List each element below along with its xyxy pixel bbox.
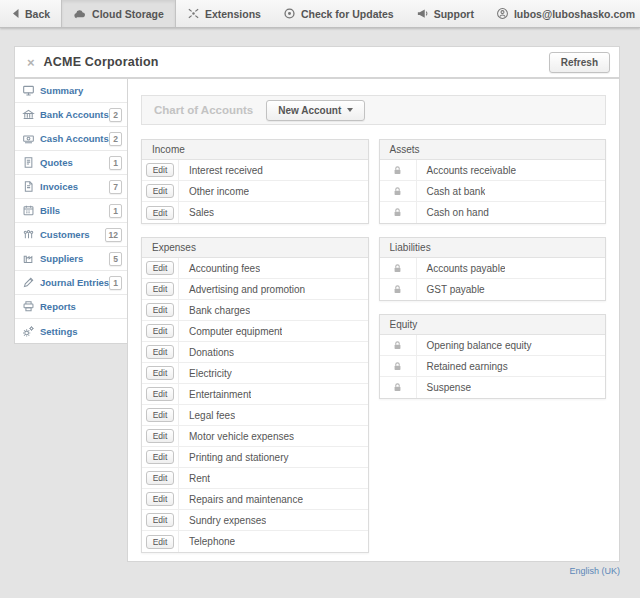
account-name-label: Retained earnings xyxy=(417,361,508,372)
cloud-icon xyxy=(73,8,87,20)
row-action-cell: Edit xyxy=(142,447,179,467)
sidebar-item-invoices[interactable]: Invoices7 xyxy=(15,175,127,199)
account-name-label: Electricity xyxy=(179,368,232,379)
lock-icon xyxy=(392,340,403,351)
edit-button[interactable]: Edit xyxy=(146,206,175,220)
row-action-cell: Edit xyxy=(142,202,179,223)
refresh-button[interactable]: Refresh xyxy=(549,52,610,73)
account-name-label: Legal fees xyxy=(179,410,235,421)
count-badge: 2 xyxy=(109,108,122,122)
new-account-button[interactable]: New Account xyxy=(266,100,365,121)
row-action-cell: Edit xyxy=(142,258,179,278)
account-name-label: Opening balance equity xyxy=(417,340,532,351)
caret-down-icon xyxy=(347,108,353,112)
account-name-label: Accounts receivable xyxy=(417,165,517,176)
sidebar-item-quotes[interactable]: Quotes1 xyxy=(15,151,127,175)
sidebar-item-settings[interactable]: Settings xyxy=(15,319,127,343)
sidebar-item-bills[interactable]: Bills1 xyxy=(15,199,127,223)
count-badge: 5 xyxy=(109,252,122,266)
account-row: EditComputer equipment xyxy=(142,321,368,342)
account-row: Accounts receivable xyxy=(380,160,606,181)
account-row: Suspense xyxy=(380,377,606,398)
lock-icon xyxy=(392,361,403,372)
account-group-title: Expenses xyxy=(142,238,368,258)
topbar-tab-extensions[interactable]: Extensions xyxy=(176,0,272,27)
topbar-tab-label: Support xyxy=(434,8,474,20)
account-name-label: Rent xyxy=(179,473,210,484)
monitor-icon xyxy=(21,84,36,97)
count-badge: 1 xyxy=(109,276,122,290)
count-badge: 1 xyxy=(109,156,122,170)
account-row: EditSales xyxy=(142,202,368,223)
edit-button[interactable]: Edit xyxy=(146,429,175,443)
quotes-icon xyxy=(21,156,36,169)
sidebar-item-customers[interactable]: Customers12 xyxy=(15,223,127,247)
user-email-label: lubos@luboshasko.com xyxy=(514,8,635,20)
account-name-label: Repairs and maintenance xyxy=(179,494,303,505)
edit-button[interactable]: Edit xyxy=(146,408,175,422)
edit-button[interactable]: Edit xyxy=(146,163,175,177)
edit-button[interactable]: Edit xyxy=(146,303,175,317)
account-name-label: Accounting fees xyxy=(179,263,260,274)
account-group-equity: EquityOpening balance equityRetained ear… xyxy=(379,314,607,399)
topbar-tab-label: Check for Updates xyxy=(301,8,394,20)
account-row: EditAccounting fees xyxy=(142,258,368,279)
account-name-label: Motor vehicle expenses xyxy=(179,431,294,442)
sidebar-item-suppliers[interactable]: Suppliers5 xyxy=(15,247,127,271)
lock-icon xyxy=(392,186,403,197)
edit-button[interactable]: Edit xyxy=(146,387,175,401)
account-row: Cash on hand xyxy=(380,202,606,223)
topbar-tab-support[interactable]: Support xyxy=(405,0,485,27)
top-navigation-bar: Back Cloud StorageExtensionsCheck for Up… xyxy=(0,0,640,28)
lock-icon xyxy=(380,202,417,223)
edit-button[interactable]: Edit xyxy=(146,535,175,549)
account-row: EditEntertainment xyxy=(142,384,368,405)
language-link[interactable]: English (UK) xyxy=(569,566,620,576)
topbar-tab-check-for-updates[interactable]: Check for Updates xyxy=(272,0,405,27)
back-button[interactable]: Back xyxy=(0,0,61,27)
close-icon[interactable]: × xyxy=(27,56,35,69)
account-row: Opening balance equity xyxy=(380,335,606,356)
customers-icon xyxy=(21,228,36,241)
user-account-menu[interactable]: lubos@luboshasko.com xyxy=(485,0,640,27)
business-title: ACME Corporation xyxy=(44,55,159,69)
sidebar-item-cash-accounts[interactable]: Cash Accounts2 xyxy=(15,127,127,151)
edit-button[interactable]: Edit xyxy=(146,513,175,527)
sidebar-item-summary[interactable]: Summary xyxy=(15,79,127,103)
account-row: GST payable xyxy=(380,279,606,300)
row-action-cell: Edit xyxy=(142,489,179,509)
edit-button[interactable]: Edit xyxy=(146,282,175,296)
account-columns: IncomeEditInterest receivedEditOther inc… xyxy=(141,139,606,566)
count-badge: 2 xyxy=(109,132,122,146)
account-row: Retained earnings xyxy=(380,356,606,377)
edit-button[interactable]: Edit xyxy=(146,366,175,380)
topbar-tab-cloud-storage[interactable]: Cloud Storage xyxy=(61,0,176,27)
edit-button[interactable]: Edit xyxy=(146,471,175,485)
business-header: × ACME Corporation Refresh xyxy=(14,46,620,78)
row-action-cell: Edit xyxy=(142,384,179,404)
edit-button[interactable]: Edit xyxy=(146,450,175,464)
chart-of-accounts-toolbar: Chart of Accounts New Account xyxy=(141,95,606,125)
edit-button[interactable]: Edit xyxy=(146,324,175,338)
user-icon xyxy=(496,7,509,20)
row-action-cell: Edit xyxy=(142,321,179,341)
account-name-label: Accounts payable xyxy=(417,263,506,274)
accounts-column-left: IncomeEditInterest receivedEditOther inc… xyxy=(141,139,369,566)
edit-button[interactable]: Edit xyxy=(146,492,175,506)
account-name-label: Donations xyxy=(179,347,234,358)
sidebar-item-bank-accounts[interactable]: Bank Accounts2 xyxy=(15,103,127,127)
edit-button[interactable]: Edit xyxy=(146,261,175,275)
row-action-cell: Edit xyxy=(142,279,179,299)
edit-button[interactable]: Edit xyxy=(146,345,175,359)
sidebar-navigation: SummaryBank Accounts2Cash Accounts2Quote… xyxy=(14,78,128,344)
sidebar-item-reports[interactable]: Reports xyxy=(15,295,127,319)
lock-icon xyxy=(392,382,403,393)
account-group-expenses: ExpensesEditAccounting feesEditAdvertisi… xyxy=(141,237,369,553)
new-account-label: New Account xyxy=(278,105,341,116)
extensions-icon xyxy=(187,7,200,20)
sidebar-item-journal-entries[interactable]: Journal Entries1 xyxy=(15,271,127,295)
row-action-cell: Edit xyxy=(142,468,179,488)
edit-button[interactable]: Edit xyxy=(146,184,175,198)
sidebar-item-label: Invoices xyxy=(40,181,109,192)
account-row: EditTelephone xyxy=(142,531,368,552)
